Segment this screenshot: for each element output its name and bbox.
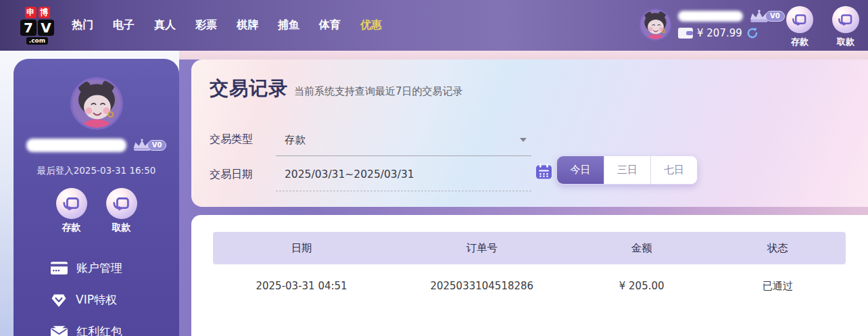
deposit-icon	[791, 11, 809, 28]
cell-amount: ¥ 205.00	[574, 280, 710, 292]
range-button-3days[interactable]: 三日	[604, 156, 650, 184]
sidebar-item-account[interactable]: 账户管理	[51, 252, 179, 284]
table-header-row: 日期 订单号 金额 状态	[213, 232, 846, 264]
nav-item-fishing[interactable]: 捕鱼	[278, 18, 299, 32]
sidebar-menu: 账户管理 VIP特权	[14, 252, 179, 336]
user-cluster: V0 ¥ 207.99	[640, 9, 785, 41]
transaction-type-label: 交易类型	[210, 133, 253, 147]
transaction-date-label: 交易日期	[210, 168, 253, 182]
page: 申 博 7 V .com 热门 电子 真人 彩票 棋牌 捕鱼 体育 优惠	[0, 0, 868, 336]
column-header-order-id: 订单号	[390, 241, 573, 256]
range-button-7days[interactable]: 七日	[650, 156, 697, 184]
date-range-button-group: 今日 三日 七日	[556, 155, 698, 185]
deposit-label: 存款	[791, 36, 809, 48]
nav-item-slots[interactable]: 电子	[113, 18, 135, 32]
avatar-illustration	[641, 10, 670, 39]
cell-status: 已通过	[710, 280, 846, 293]
deposit-button[interactable]: 存款	[781, 6, 818, 48]
calendar-picker-button[interactable]	[536, 164, 552, 182]
balance-amount: ¥ 207.99	[697, 27, 742, 39]
deposit-label: 存款	[62, 222, 81, 234]
logo-brand-tiles: 申 博	[25, 7, 50, 18]
deposit-button[interactable]: 存款	[53, 188, 90, 234]
withdraw-label: 取款	[112, 222, 131, 234]
sidebar-item-bonus[interactable]: 红利红包	[51, 316, 179, 336]
user-info: V0 ¥ 207.99	[678, 9, 785, 39]
transaction-date-input[interactable]: 2025/03/31~2025/03/31	[285, 168, 414, 181]
user-avatar[interactable]	[640, 9, 671, 41]
logo-char-1: 申	[25, 7, 37, 18]
content: V0 最后登入2025-03-31 16:50 存款	[0, 51, 868, 336]
main-area: 交易记录 当前系统支持查询最近7日的交易记录 交易类型 存款 交易日期 2025…	[179, 51, 868, 336]
column-header-date: 日期	[213, 241, 390, 256]
last-login-text: 最后登入2025-03-31 16:50	[14, 165, 179, 177]
column-header-amount: 金额	[574, 241, 710, 256]
sidebar-item-label: 红利红包	[76, 324, 122, 336]
panel-header: 交易记录 当前系统支持查询最近7日的交易记录	[210, 76, 463, 101]
transaction-type-select[interactable]: 存款	[285, 133, 306, 147]
vip-level-badge: V0	[147, 140, 167, 151]
sidebar-user-row: V0	[14, 137, 179, 153]
cell-order-id: 2025033104518286	[390, 280, 573, 292]
sidebar-item-label: VIP特权	[76, 292, 117, 308]
sidebar-profile-card: V0 最后登入2025-03-31 16:50 存款	[14, 59, 179, 336]
chevron-down-icon[interactable]	[520, 138, 527, 142]
calendar-icon	[536, 164, 552, 179]
nav-item-chess[interactable]: 棋牌	[237, 18, 258, 32]
site-logo[interactable]: 申 博 7 V .com	[15, 7, 59, 45]
logo-7v: 7 V	[20, 20, 54, 36]
username-redacted	[678, 11, 743, 22]
sidebar-quick-actions: 存款 取款	[14, 188, 179, 234]
logo-domain: .com	[26, 37, 48, 45]
deposit-icon	[62, 193, 82, 214]
nav-item-promo[interactable]: 优惠	[360, 18, 382, 32]
page-title: 交易记录	[210, 76, 288, 101]
top-navbar: 申 博 7 V .com 热门 电子 真人 彩票 棋牌 捕鱼 体育 优惠	[0, 0, 868, 51]
username-redacted	[26, 139, 126, 152]
main-nav: 热门 电子 真人 彩票 棋牌 捕鱼 体育 优惠	[72, 18, 382, 32]
logo-7: 7	[20, 20, 37, 36]
transaction-table-panel: 日期 订单号 金额 状态 2025-03-31 04:51 2025033104…	[191, 215, 868, 336]
sidebar-avatar[interactable]	[70, 77, 123, 130]
withdraw-icon	[837, 11, 854, 28]
page-subtitle: 当前系统支持查询最近7日的交易记录	[294, 85, 463, 98]
column-header-status: 状态	[710, 241, 846, 256]
nav-item-sports[interactable]: 体育	[319, 18, 341, 32]
nav-item-hot[interactable]: 热门	[72, 18, 93, 32]
table-row: 2025-03-31 04:51 2025033104518286 ¥ 205.…	[213, 264, 846, 308]
wallet-icon	[678, 28, 693, 39]
withdraw-button[interactable]: 取款	[827, 6, 864, 48]
withdraw-button[interactable]: 取款	[103, 188, 140, 234]
withdraw-label: 取款	[837, 36, 854, 48]
logo-char-2: 博	[39, 7, 50, 18]
withdraw-icon	[112, 193, 132, 214]
cell-date: 2025-03-31 04:51	[213, 280, 390, 292]
sidebar: V0 最后登入2025-03-31 16:50 存款	[0, 51, 179, 336]
vip-privilege-icon	[51, 292, 67, 308]
nav-item-lottery[interactable]: 彩票	[195, 18, 217, 32]
sidebar-item-vip[interactable]: VIP特权	[51, 284, 179, 316]
logo-v: V	[38, 20, 54, 36]
range-button-today[interactable]: 今日	[557, 156, 604, 184]
red-packet-icon	[51, 325, 68, 336]
avatar-illustration	[72, 79, 121, 128]
sidebar-item-label: 账户管理	[76, 260, 122, 276]
card-icon	[51, 262, 68, 274]
nav-item-live[interactable]: 真人	[154, 18, 176, 32]
refresh-balance-icon[interactable]	[746, 27, 758, 39]
date-underline	[276, 191, 531, 191]
transaction-filter-panel: 交易记录 当前系统支持查询最近7日的交易记录 交易类型 存款 交易日期 2025…	[191, 59, 868, 207]
type-underline	[276, 155, 531, 156]
nav-quick-actions: 存款 取款	[781, 6, 864, 48]
